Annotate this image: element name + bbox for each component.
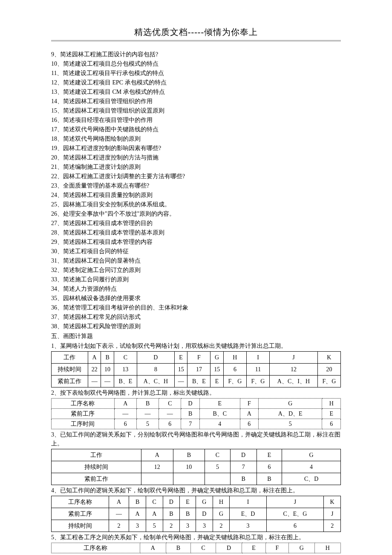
table-row: 紧前工作BBC、D [52, 473, 341, 485]
table-cell: B [136, 399, 159, 409]
table-cell: — [114, 409, 136, 419]
table-cell: E [210, 376, 223, 387]
table-cell: 8 [137, 364, 174, 376]
problem-5-text: 5、某工程各工序之间的关系如下，绘制单代号网络图，并确定关键线路和总工期，标注在… [51, 533, 341, 542]
question-item: 19、园林工程进度控制的影响因素有哪些? [51, 144, 341, 153]
table-cell: — [109, 508, 129, 520]
table-cell: 紧前工序 [52, 508, 109, 520]
table-cell: 12 [270, 364, 318, 376]
question-item: 16、简述项目经理在项目管理中的作用 [51, 116, 341, 124]
question-item: 32、简述制定施工合同订立的原则 [51, 266, 341, 275]
table-cell: E [257, 449, 282, 461]
table-cell: 17 [187, 364, 210, 376]
table-cell: C [191, 543, 216, 553]
table-cell: 22 [88, 364, 101, 376]
table-cell: 2 [109, 520, 129, 532]
table-cell: 紧前工作 [52, 473, 141, 485]
table-cell: E [174, 352, 187, 364]
table-cell: B [163, 508, 180, 520]
table-cell: B、E [114, 376, 137, 387]
table-cell: 5 [146, 520, 163, 532]
table-cell: 15 [174, 364, 187, 376]
table-cell: B [257, 473, 282, 485]
table-cell: C [205, 449, 231, 461]
table-cell: 2 [324, 520, 341, 532]
table-cell: D [230, 449, 257, 461]
table-cell: K [317, 352, 340, 364]
question-item: 31、简述园林工程合同的显著特点 [51, 256, 341, 265]
table-cell: 紧前工作 [52, 376, 88, 387]
problem-3-text: 3、已知工作间的逻辑关系如下，分别绘制双代号网络图和单代号网络图，并确定关键线路… [51, 430, 341, 448]
table-cell: 10 [101, 364, 114, 376]
problem-2-text: 2、按下表绘制双代号网络图，并计算总工期，标出关键线路。 [51, 388, 341, 397]
table-cell: C、D [282, 473, 341, 485]
table-cell: E [180, 496, 196, 508]
table-cell [141, 473, 173, 485]
table-cell: G [196, 496, 213, 508]
table-row: 持续时间22101381517156111220 [52, 364, 341, 376]
table-cell: 11 [246, 364, 269, 376]
question-item: 37、简述园林工程常见的回访形式 [51, 312, 341, 321]
table-cell: G [288, 543, 314, 553]
table-cell: B、E [187, 376, 210, 387]
problem-4-text: 4、已知工作间的逻辑关系如下，绘制双代号网络图，并确定关键线路和总工期，标注在图… [51, 486, 341, 495]
question-item: 13、简述建设工程项目 CM 承包模式的特点 [51, 87, 341, 96]
table-cell: A、D、E [259, 409, 322, 419]
table-cell: 工序名称 [52, 543, 140, 553]
table-cell: H [322, 399, 341, 409]
table-cell: B [173, 449, 205, 461]
question-item: 21、简述编制施工进度计划的原则 [51, 162, 341, 171]
table-cell: D [196, 508, 213, 520]
table-cell: 3 [180, 520, 196, 532]
header-divider [51, 40, 341, 41]
table-cell: — [88, 376, 101, 387]
table-row: 紧前工序—AABBDGE、DC、E、GJ [52, 508, 341, 520]
question-item: 34、简述人力资源的特点 [51, 284, 341, 293]
problem-1-table: 工作ABCDEFGHIJK持续时间22101381517156111220紧前工… [51, 351, 341, 387]
question-item: 9、简述园林工程施工图设计的内容包括? [51, 50, 341, 59]
table-cell: C [159, 399, 181, 409]
problem-3-table: 工作ABCDEG持续时间12105764紧前工作BBC、D [51, 449, 341, 485]
question-item: 14、简述园林工程项目管理组织的作用 [51, 97, 341, 106]
table-cell: 5 [136, 419, 159, 429]
table-cell: A [88, 352, 101, 364]
table-cell: 2 [213, 520, 230, 532]
table-cell: B [166, 543, 191, 553]
question-item: 30、简述工程项目合同的特征 [51, 247, 341, 256]
question-item: 20、简述园林工程进度控制的方法与措施 [51, 153, 341, 162]
table-row: 工序名称ABCDEFGH [52, 543, 341, 553]
table-cell: 持续时间 [52, 520, 109, 532]
questions-list: 9、简述园林工程施工图设计的内容包括?10、简述建设工程项目总分包模式的特点11… [51, 50, 341, 331]
table-cell: 5 [205, 461, 231, 473]
table-cell: 3 [196, 520, 213, 532]
table-cell: I [246, 352, 269, 364]
question-item: 36、简述管理工程项目考核评价的目的、主体和对象 [51, 303, 341, 312]
table-cell: 4 [199, 419, 240, 429]
table-cell: J [266, 496, 324, 508]
question-item: 18、简述双代号网络图绘制的原则 [51, 134, 341, 143]
table-cell: E [199, 399, 240, 409]
question-item: 15、简述园林工程项目管理组织的设置原则 [51, 106, 341, 115]
table-cell: 工作 [52, 352, 88, 364]
table-cell: 持续时间 [52, 461, 141, 473]
table-cell: H [213, 496, 230, 508]
table-cell: 12 [141, 461, 173, 473]
question-item: 17、简述双代号网络图中关键路线的特点 [51, 125, 341, 134]
question-item: 22、园林工程施工进度计划调整的主要方法有哪些? [51, 172, 341, 181]
question-item: 26、处理安全事故中"四个不放过"原则的内容。 [51, 209, 341, 218]
table-row: 紧前工序———BB、CAA、D、EE [52, 409, 341, 419]
table-cell: 3 [230, 520, 266, 532]
table-cell: 15 [210, 364, 223, 376]
table-cell: 7 [181, 419, 199, 429]
table-cell: D [163, 496, 180, 508]
table-cell: G [210, 352, 223, 364]
table-cell: 工序时间 [52, 419, 115, 429]
problem-2-table: 工序名称ABCDEFGH紧前工序———BB、CAA、D、EE工序时间656746… [51, 398, 341, 429]
table-cell: A [146, 508, 163, 520]
table-cell: A [240, 409, 258, 419]
table-cell: 工作 [52, 449, 141, 461]
table-cell: F [240, 399, 258, 409]
table-cell: 紧前工序 [52, 409, 115, 419]
table-cell: 6 [223, 364, 246, 376]
table-row: 工作ABCDEFGHIJK [52, 352, 341, 364]
